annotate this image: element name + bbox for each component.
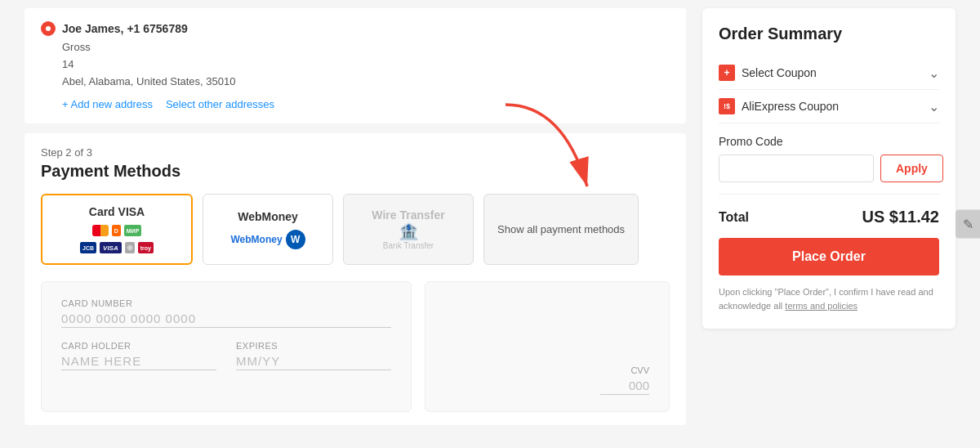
order-summary: Order Summary + Select Coupon ⌄ !$ AliEx… [702,8,956,329]
aliexpress-coupon-row[interactable]: !$ AliExpress Coupon ⌄ [719,90,939,123]
payment-method-wire[interactable]: Wire Transfer 🏦 Bank Transfer [343,194,474,265]
apply-button[interactable]: Apply [880,155,943,182]
edit-icon-bar[interactable]: ✎ [956,210,980,239]
select-coupon-row[interactable]: + Select Coupon ⌄ [719,56,939,90]
left-panel: Joe James, +1 6756789 Gross 14 Abel, Ala… [24,8,686,425]
webmoney-icon: W [286,230,305,249]
card-holder-value[interactable]: NAME HERE [61,354,216,370]
card-number-label: CARD NUMBER [61,298,391,308]
diners-icon: ◎ [125,242,135,253]
expires-value[interactable]: MM/YY [236,354,391,370]
address-line2: 14 [62,56,670,74]
coupon-icon: + [719,65,735,81]
aliexpress-coupon-chevron: ⌄ [929,99,939,114]
address-line1: Gross [62,39,670,56]
payment-method-webmoney[interactable]: WebMoney WebMoney W [203,194,333,265]
right-panel: Order Summary + Select Coupon ⌄ !$ AliEx… [702,8,956,329]
aliexpress-coupon-label: AliExpress Coupon [742,100,839,113]
expires-label: EXPIRES [236,341,391,351]
edit-icon: ✎ [963,217,973,232]
webmoney-logo: WebMoney W [230,230,305,249]
wire-transfer-label: Wire Transfer [372,208,444,222]
card-logos: D МИР JCB VISA ◎ troy [56,225,178,253]
card-form-area: CARD NUMBER 0000 0000 0000 0000 CARD HOL… [41,281,670,412]
step-label: Step 2 of 3 [41,146,670,159]
total-amount: US $11.42 [862,208,939,226]
place-order-button[interactable]: Place Order [719,238,939,276]
card-icons-row: D МИР [92,225,142,236]
mir-icon: МИР [124,225,142,236]
payment-method-show-all[interactable]: Show all payment methods [483,194,639,265]
order-summary-title: Order Summary [719,25,939,43]
webmoney-label: WebMoney [238,210,298,223]
address-section: Joe James, +1 6756789 Gross 14 Abel, Ala… [24,8,686,123]
select-coupon-label: Select Coupon [742,66,817,79]
discover-icon: D [112,225,121,236]
select-coupon-left: + Select Coupon [719,65,817,81]
terms-link[interactable]: terms and policies [785,301,858,311]
card-form-left: CARD NUMBER 0000 0000 0000 0000 CARD HOL… [41,281,412,412]
total-label: Total [719,210,749,225]
terms-text: Upon clicking "Place Order", I confirm I… [719,285,939,312]
payment-section-title: Payment Methods [41,162,670,181]
mastercard-icon [92,225,109,236]
card-bottom-row: CARD HOLDER NAME HERE EXPIRES MM/YY [61,341,391,383]
address-actions: + Add new address Select other addresses [62,98,670,110]
expires-col: EXPIRES MM/YY [236,341,391,383]
address-header: Joe James, +1 6756789 [41,21,670,36]
payment-method-card[interactable]: Card VISA D МИР JCB VISA ◎ troy [41,194,193,265]
card-visa-label: Card VISA [89,205,145,218]
payment-methods-grid: Card VISA D МИР JCB VISA ◎ troy [41,194,670,265]
show-all-label: Show all payment methods [497,223,625,235]
total-row: Total US $11.42 [719,194,939,238]
card-number-value[interactable]: 0000 0000 0000 0000 [61,311,391,328]
webmoney-text: WebMoney [230,234,282,245]
promo-row: Apply [719,155,939,182]
bank-icon: 🏦 [399,222,419,241]
troy-icon: troy [138,242,154,253]
address-details: Gross 14 Abel, Alabama, United States, 3… [62,39,670,90]
select-other-addresses-link[interactable]: Select other addresses [166,98,274,110]
payment-section: Step 2 of 3 Payment Methods Card VISA D … [24,133,686,425]
card-form-right: CVV 000 [425,281,670,412]
add-new-address-link[interactable]: + Add new address [62,98,153,110]
jcb-icon: JCB [80,242,96,253]
visa-icon: VISA [100,242,122,253]
bank-transfer-label: Bank Transfer [383,241,434,250]
promo-code-label: Promo Code [719,135,939,148]
aliexpress-coupon-left: !$ AliExpress Coupon [719,98,839,114]
cvv-value[interactable]: 000 [600,379,649,395]
promo-section: Promo Code Apply [719,123,939,182]
card-icons-row2: JCB VISA ◎ troy [80,242,154,253]
cvv-label: CVV [445,365,649,375]
card-holder-label: CARD HOLDER [61,341,216,351]
address-line3: Abel, Alabama, United States, 35010 [62,74,670,91]
select-coupon-chevron: ⌄ [929,65,939,81]
address-name: Joe James, +1 6756789 [62,22,188,35]
promo-input[interactable] [719,155,874,182]
card-holder-col: CARD HOLDER NAME HERE [61,341,216,383]
address-radio[interactable] [41,21,56,36]
aliexpress-icon: !$ [719,98,735,114]
